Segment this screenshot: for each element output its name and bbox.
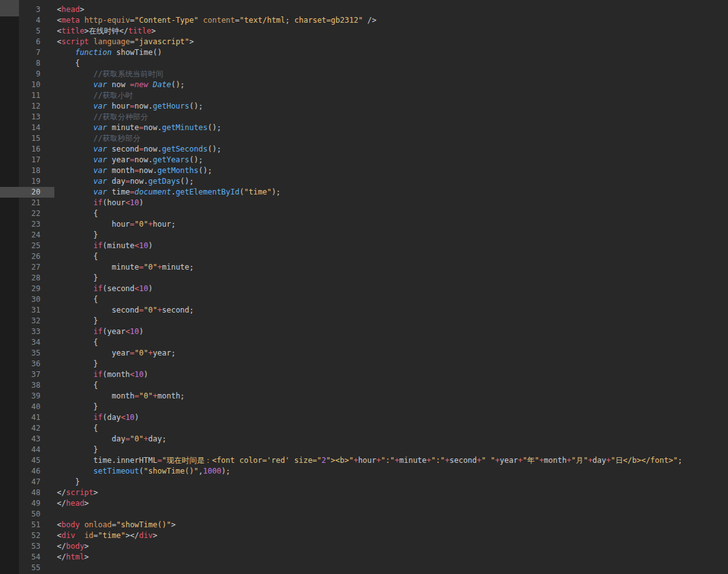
code-line[interactable]: 32 } [0,316,728,326]
line-number[interactable]: 7 [0,47,54,58]
code-line[interactable]: 20 var time=document.getElementById("tim… [0,187,728,198]
code-line[interactable]: 17 var year=now.getYears(); [0,155,728,165]
code-line[interactable]: 35 year="0"+year; [0,348,728,359]
line-number[interactable]: 15 [0,133,54,144]
line-number[interactable]: 44 [0,445,54,455]
line-number[interactable]: 11 [0,90,54,101]
code-line[interactable]: 5<title>在线时钟</title> [0,26,728,37]
line-number[interactable]: 23 [0,219,54,230]
line-number[interactable]: 39 [0,391,54,402]
code-line[interactable]: 47 } [0,477,728,487]
code-line[interactable]: 10 var now =new Date(); [0,80,728,90]
line-number[interactable]: 37 [0,369,54,380]
code-line[interactable]: 45 time.innerHTML="现在时间是：<font color='re… [0,455,728,466]
line-number[interactable]: 52 [0,530,54,541]
line-number[interactable]: 13 [0,112,54,123]
code-line[interactable]: 22 { [0,208,728,219]
code-line[interactable]: 6<script language="javascript"> [0,37,728,47]
code-line[interactable]: 43 day="0"+day; [0,434,728,445]
line-number[interactable]: 36 [0,359,54,369]
line-number[interactable]: 25 [0,241,54,251]
code-line[interactable]: 30 { [0,294,728,305]
code-line[interactable]: 53</body> [0,541,728,552]
line-number[interactable]: 10 [0,80,54,90]
code-line[interactable]: 31 second="0"+second; [0,305,728,316]
line-number[interactable]: 53 [0,541,54,552]
code-line[interactable]: 41 if(day<10) [0,412,728,423]
code-line[interactable]: 36 } [0,359,728,369]
code-line[interactable]: 38 { [0,380,728,391]
line-number[interactable]: 5 [0,26,54,37]
code-line[interactable]: 24 } [0,230,728,241]
line-number[interactable]: 41 [0,412,54,423]
line-number[interactable]: 47 [0,477,54,487]
line-number[interactable]: 42 [0,423,54,434]
code-line[interactable]: 49</head> [0,498,728,509]
code-line[interactable]: 34 { [0,337,728,348]
code-line[interactable]: 33 if(year<10) [0,326,728,337]
line-number[interactable]: 12 [0,101,54,112]
line-number[interactable]: 16 [0,144,54,155]
code-line[interactable]: 51<body onload="showTime()"> [0,520,728,530]
line-number[interactable]: 32 [0,316,54,326]
line-number[interactable]: 19 [0,176,54,187]
code-line[interactable]: 28 } [0,273,728,284]
line-number[interactable]: 24 [0,230,54,241]
line-number[interactable]: 40 [0,402,54,412]
line-number[interactable]: 34 [0,337,54,348]
line-number[interactable]: 43 [0,434,54,445]
line-number[interactable]: 29 [0,284,54,294]
line-number[interactable]: 48 [0,487,54,498]
line-number[interactable]: 45 [0,455,54,466]
code-line[interactable]: 46 setTimeout("showTime()",1000); [0,466,728,477]
code-line[interactable]: 27 minute="0"+minute; [0,262,728,273]
line-number[interactable]: 50 [0,509,54,520]
line-number[interactable]: 49 [0,498,54,509]
code-line[interactable]: 18 var month=now.getMonths(); [0,165,728,176]
code-line[interactable]: 37 if(month<10) [0,369,728,380]
code-line[interactable]: 3<head> [0,4,728,15]
code-line[interactable]: 48</script> [0,487,728,498]
line-number[interactable]: 28 [0,273,54,284]
code-line[interactable]: 26 { [0,251,728,262]
code-line[interactable]: 14 var minute=now.getMinutes(); [0,123,728,133]
code-line[interactable]: 42 { [0,423,728,434]
line-number[interactable]: 31 [0,305,54,316]
line-number[interactable]: 8 [0,58,54,69]
code-line[interactable]: 4<meta http-equiv="Content-Type" content… [0,15,728,26]
line-number[interactable]: 55 [0,563,54,573]
line-number[interactable]: 6 [0,37,54,47]
code-line[interactable]: 16 var second=now.getSeconds(); [0,144,728,155]
code-line[interactable]: 23 hour="0"+hour; [0,219,728,230]
line-number[interactable]: 35 [0,348,54,359]
line-number[interactable]: 20 [0,187,54,198]
code-line[interactable]: 55 [0,563,728,573]
code-line[interactable]: 15 //获取秒部分 [0,133,728,144]
line-number[interactable]: 38 [0,380,54,391]
code-line[interactable]: 40 } [0,402,728,412]
code-editor[interactable]: 3<head>4<meta http-equiv="Content-Type" … [0,0,728,574]
code-line[interactable]: 44 } [0,445,728,455]
code-line[interactable]: 39 month="0"+month; [0,391,728,402]
code-line[interactable]: 9 //获取系统当前时间 [0,69,728,80]
code-line[interactable]: 54</html> [0,552,728,563]
code-line[interactable]: 13 //获取分种部分 [0,112,728,123]
code-line[interactable]: 52<div id="time"></div> [0,530,728,541]
code-line[interactable]: 8 { [0,58,728,69]
line-number[interactable]: 17 [0,155,54,165]
code-line[interactable]: 21 if(hour<10) [0,198,728,208]
line-number[interactable]: 51 [0,520,54,530]
code-line[interactable]: 50 [0,509,728,520]
line-number[interactable]: 30 [0,294,54,305]
code-line[interactable]: 7 function showTime() [0,47,728,58]
line-number[interactable]: 54 [0,552,54,563]
code-line[interactable]: 29 if(second<10) [0,284,728,294]
line-number[interactable]: 14 [0,123,54,133]
code-line[interactable]: 25 if(minute<10) [0,241,728,251]
line-number[interactable]: 21 [0,198,54,208]
line-number[interactable]: 9 [0,69,54,80]
line-number[interactable]: 22 [0,208,54,219]
line-number[interactable]: 3 [0,4,54,15]
code-line[interactable]: 11 //获取小时 [0,90,728,101]
line-number[interactable]: 33 [0,326,54,337]
